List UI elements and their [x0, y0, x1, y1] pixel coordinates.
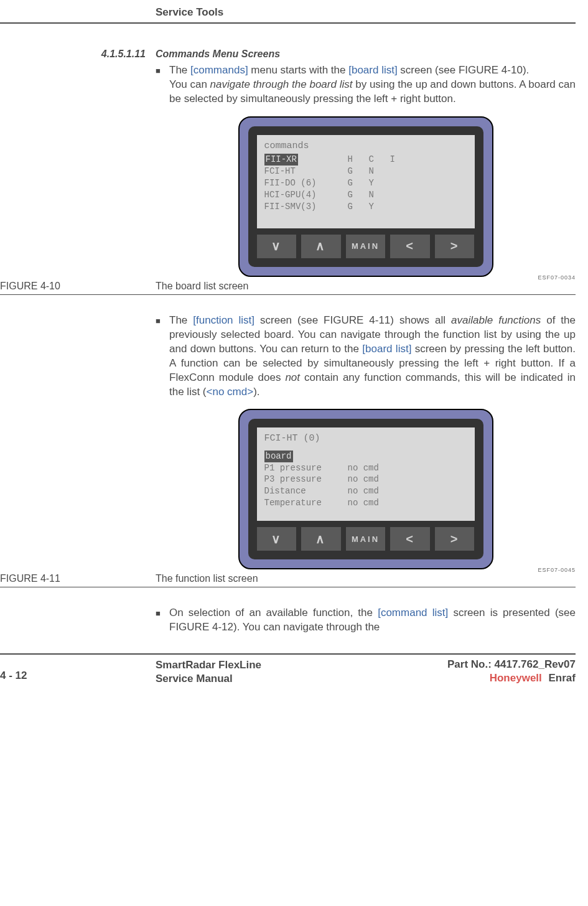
button-right[interactable]: > — [435, 235, 475, 258]
section-number: 4.1.5.1.11 — [0, 49, 156, 60]
figure-4-11-caption: The function list screen — [156, 573, 258, 584]
ref-no-cmd: <no cmd> — [207, 386, 254, 398]
header-section: Service Tools — [156, 0, 576, 22]
figure-4-11-code: ESF07-0045 — [538, 567, 576, 573]
button-up[interactable]: ∧ — [301, 235, 341, 258]
header-rule — [0, 22, 576, 24]
brand-enraf: Enraf — [549, 672, 576, 684]
ref-command-list: [command list] — [378, 607, 448, 619]
device-board-list: commands FII-XRHCI FCI-HTGN FII-DO (6)GY… — [238, 116, 493, 277]
bullet-marker: ■ — [156, 63, 169, 106]
footer-product: SmartRadar FlexLine Service Manual — [156, 658, 447, 686]
figure-4-10-caption: The board list screen — [156, 281, 248, 292]
ref-commands: [commands] — [190, 64, 248, 76]
button-main[interactable]: MAIN — [346, 235, 386, 258]
ref-board-list-2: [board list] — [362, 343, 411, 355]
page-number: 4 - 12 — [0, 658, 156, 682]
ref-board-list: [board list] — [348, 64, 397, 76]
footer-right: Part No.: 4417.762_Rev07 Honeywell Enraf — [447, 658, 576, 684]
figure-4-10-code: ESF07-0034 — [538, 274, 576, 281]
part-number: Part No.: 4417.762_Rev07 — [447, 658, 576, 670]
button-down[interactable]: ∨ — [257, 527, 297, 551]
button-up[interactable]: ∧ — [301, 527, 341, 551]
button-down[interactable]: ∨ — [257, 235, 297, 258]
ref-function-list: [function list] — [193, 314, 254, 326]
button-main[interactable]: MAIN — [346, 527, 386, 551]
bullet-marker: ■ — [156, 314, 169, 399]
lcd-board-list: commands FII-XRHCI FCI-HTGN FII-DO (6)GY… — [257, 135, 475, 228]
figure-4-11-label: FIGURE 4-11 — [0, 573, 156, 584]
bullet-2-text: The [function list] screen (see FIGURE 4… — [169, 314, 576, 399]
button-right[interactable]: > — [435, 527, 475, 551]
bullet-marker: ■ — [156, 606, 169, 635]
lcd-function-list: FCI-HT (0) board P1 pressureno cmd P3 pr… — [257, 427, 475, 521]
section-title: Commands Menu Screens — [156, 49, 280, 60]
figure-4-10-label: FIGURE 4-10 — [0, 281, 156, 292]
device-function-list: FCI-HT (0) board P1 pressureno cmd P3 pr… — [238, 409, 493, 569]
bullet-1-text: The [commands] menu starts with the [boa… — [169, 63, 576, 106]
brand-honeywell: Honeywell — [490, 672, 542, 684]
button-left[interactable]: < — [390, 527, 430, 551]
button-left[interactable]: < — [390, 235, 430, 258]
bullet-3-text: On selection of an available function, t… — [169, 606, 576, 635]
